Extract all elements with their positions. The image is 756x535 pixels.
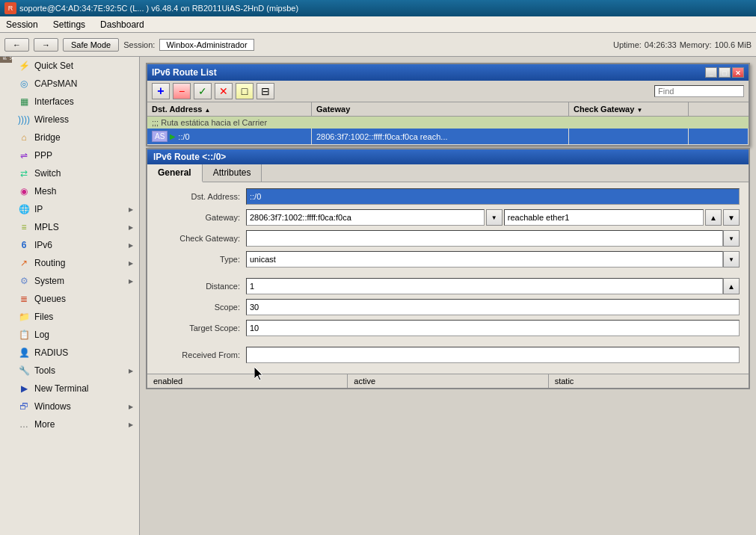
sidebar-item-mesh[interactable]: ◉ Mesh	[12, 182, 139, 200]
menu-dashboard[interactable]: Dashboard	[97, 19, 147, 31]
tab-general[interactable]: General	[147, 164, 203, 182]
sidebar-item-files[interactable]: 📁 Files	[12, 308, 139, 326]
sidebar-item-bridge[interactable]: ⌂ Bridge	[12, 129, 139, 146]
windows-arrow-icon	[129, 403, 133, 410]
gateway-reachable-down-button[interactable]: ▼	[723, 209, 740, 226]
form-row-gateway: Gateway: 2806:3f7:1002::ffff:f0ca:f0ca ▼…	[156, 209, 740, 226]
memory-value: 100.6 MiB	[714, 40, 752, 49]
sidebar-item-tools[interactable]: 🔧 Tools	[12, 362, 139, 380]
sidebar-label-windows: Windows	[34, 401, 71, 412]
col-gateway[interactable]: Gateway	[312, 102, 569, 116]
sidebar-item-radius[interactable]: 👤 RADIUS	[12, 344, 139, 362]
uptime-value: 04:26:33	[645, 40, 677, 49]
col-extra[interactable]	[689, 102, 749, 116]
system-icon: ⚙	[18, 275, 30, 287]
gateway-reachable-up-button[interactable]: ▲	[705, 209, 722, 226]
sidebar-label-ppp: PPP	[34, 150, 52, 161]
log-icon: 📋	[18, 329, 30, 341]
sidebar-item-quick-set[interactable]: ⚡ Quick Set	[12, 57, 139, 75]
col-check-gateway[interactable]: Check Gateway ▼	[569, 102, 689, 116]
form-body: Dst. Address: ::/0 Gateway: 2806:3f7:100…	[147, 182, 749, 374]
enable-route-button[interactable]: ✓	[194, 83, 212, 99]
sidebar-item-more[interactable]: … More	[12, 415, 139, 433]
filter-route-button[interactable]: ⊟	[256, 83, 274, 99]
table-row[interactable]: AS ▶ ::/0 2806:3f7:1002::ffff:f0ca:f0ca …	[147, 129, 749, 145]
tools-icon: 🔧	[18, 365, 30, 377]
memory-label: Memory:	[680, 40, 712, 49]
menu-bar: Session Settings Dashboard	[0, 16, 756, 33]
route-list-title: IPv6 Route List	[152, 67, 217, 78]
sidebar-item-queues[interactable]: ≣ Queues	[12, 290, 139, 308]
sidebar-label-mpls: MPLS	[34, 222, 59, 232]
type-dropdown-button[interactable]: ▼	[723, 251, 740, 268]
type-label: Type:	[156, 255, 246, 264]
menu-settings[interactable]: Settings	[50, 19, 88, 31]
sidebar-item-system[interactable]: ⚙ System	[12, 272, 139, 290]
gateway-input-group: 2806:3f7:1002::ffff:f0ca:f0ca ▼ reachabl…	[246, 209, 740, 226]
sidebar-item-interfaces[interactable]: ▦ Interfaces	[12, 93, 139, 111]
uptime-label: Uptime:	[613, 40, 642, 49]
comment-route-button[interactable]: □	[236, 83, 253, 99]
target-scope-input[interactable]: 10	[246, 320, 740, 336]
sidebar-label-wireless: Wireless	[34, 114, 69, 125]
files-icon: 📁	[18, 311, 30, 323]
sidebar-item-log[interactable]: 📋 Log	[12, 326, 139, 344]
type-input[interactable]: unicast	[246, 251, 723, 268]
sidebar-item-wireless[interactable]: )))) Wireless	[12, 111, 139, 129]
queues-icon: ≣	[18, 293, 30, 305]
routing-arrow-icon	[129, 259, 133, 267]
forward-button[interactable]: →	[34, 38, 58, 52]
distance-label: Distance:	[156, 282, 246, 291]
check-gateway-dropdown-button[interactable]: ▼	[723, 230, 740, 247]
check-gateway-input[interactable]	[246, 230, 723, 247]
restore-button[interactable]: □	[719, 67, 731, 78]
close-button[interactable]: ✕	[732, 67, 744, 78]
disable-route-button[interactable]: ✕	[215, 83, 233, 99]
sidebar-item-ip[interactable]: 🌐 IP	[12, 200, 139, 218]
minimize-button[interactable]: _	[705, 67, 717, 78]
find-input[interactable]	[654, 85, 744, 97]
sidebar-item-routing[interactable]: ↗ Routing	[12, 254, 139, 272]
add-route-button[interactable]: +	[152, 83, 170, 99]
sidebar-label-capsman: CAPsMAN	[34, 78, 77, 89]
sidebar-label-queues: Queues	[34, 294, 66, 304]
distance-up-button[interactable]: ▲	[723, 278, 740, 294]
svg-marker-0	[254, 367, 262, 380]
wireless-icon: ))))	[18, 114, 30, 126]
sidebar-item-ppp[interactable]: ⇌ PPP	[12, 146, 139, 164]
sidebar-item-windows[interactable]: 🗗 Windows	[12, 398, 139, 415]
title-bar: R soporte@C4:AD:34:7E:92:5C (L... ) v6.4…	[0, 0, 756, 16]
sidebar-item-new-terminal[interactable]: ▶ New Terminal	[12, 380, 139, 398]
ip-arrow-icon	[129, 205, 133, 213]
gateway-dropdown-button[interactable]: ▼	[486, 209, 503, 226]
distance-input[interactable]: 1	[246, 278, 723, 294]
sidebar-label-ipv6: IPv6	[34, 240, 52, 250]
sidebar-label-more: More	[34, 419, 55, 430]
dst-address-input[interactable]: ::/0	[246, 188, 740, 205]
tab-bar: General Attributes	[147, 164, 749, 182]
sidebar-item-switch[interactable]: ⇄ Switch	[12, 164, 139, 182]
sidebar-item-ipv6[interactable]: 6 IPv6	[12, 236, 139, 254]
tab-attributes[interactable]: Attributes	[203, 164, 262, 182]
gateway-reachable-input[interactable]: reachable ether1	[504, 209, 704, 226]
form-row-scope: Scope: 30	[156, 299, 740, 315]
sidebar-item-capsman[interactable]: ◎ CAPsMAN	[12, 75, 139, 93]
route-arrow-icon: ▶	[170, 132, 176, 140]
back-button[interactable]: ←	[4, 38, 29, 52]
col-dst-address[interactable]: Dst. Address ▲	[147, 102, 312, 116]
sidebar-label-radius: RADIUS	[34, 347, 68, 358]
quickset-icon: ⚡	[18, 60, 30, 72]
remove-route-button[interactable]: −	[173, 83, 191, 99]
sidebar-item-mpls[interactable]: ≡ MPLS	[12, 218, 139, 236]
route-group-label: ;;; Ruta estática hacia el Carrier	[147, 117, 749, 129]
ipv6-dialog-title: IPv6 Route <::/0>	[147, 149, 749, 164]
ipv6-arrow-icon	[129, 241, 133, 249]
received-from-input[interactable]	[246, 347, 740, 363]
gateway-input[interactable]: 2806:3f7:1002::ffff:f0ca:f0ca	[246, 209, 485, 226]
mpls-arrow-icon	[129, 223, 133, 231]
scope-input[interactable]: 30	[246, 299, 740, 315]
menu-session[interactable]: Session	[3, 19, 41, 31]
ip-icon: 🌐	[18, 203, 30, 215]
cursor	[254, 367, 265, 384]
safe-mode-button[interactable]: Safe Mode	[63, 38, 119, 52]
